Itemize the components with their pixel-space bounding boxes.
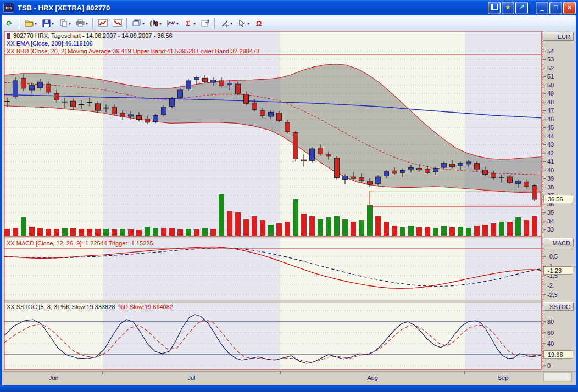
svg-text:-2,5: -2,5 (547, 292, 558, 298)
sigma-icon: Σ (183, 19, 193, 28)
chart-arrow-left-icon (98, 19, 108, 28)
dropdown-icon: ▾ (159, 21, 162, 26)
price-axis-title[interactable]: EUR (543, 32, 574, 41)
svg-text:52: 52 (547, 65, 554, 71)
svg-text:40: 40 (547, 340, 554, 347)
svg-text:44: 44 (547, 133, 554, 139)
sstoc-d-label: %D Slow:19.664082 (118, 304, 173, 310)
open-folder-icon (24, 19, 34, 28)
svg-text:43: 43 (547, 141, 554, 148)
chart-title-line[interactable]: 802770 HRX, Tageschart - 14.06.2007 - 14… (7, 32, 173, 39)
svg-text:50: 50 (547, 82, 554, 88)
line-tool-icon (220, 19, 230, 28)
chart-title-text: 802770 HRX, Tageschart - 14.06.2007 - 14… (13, 32, 173, 39)
svg-text:Aug: Aug (367, 374, 378, 381)
open-button[interactable]: ▾ (23, 16, 38, 30)
macd-indicator-label[interactable]: XX MACD [Close, 12, 26, 9]:-1.22544 Trig… (7, 240, 153, 247)
svg-text:47: 47 (547, 107, 554, 114)
chart-type-button[interactable]: ▾ (147, 16, 163, 30)
bbd-indicator-label[interactable]: XX BBD [Close, 20, 2] Moving Average:39.… (7, 48, 259, 54)
svg-text:33: 33 (547, 226, 554, 233)
print-button[interactable]: ▾ (74, 16, 90, 30)
ema-indicator-label[interactable]: XX EMA [Close, 200]:46.119106 (7, 40, 93, 47)
svg-text:39: 39 (547, 175, 554, 182)
properties-button[interactable] (198, 16, 212, 30)
window-border-left (0, 15, 2, 392)
next-chart-button[interactable] (110, 16, 124, 30)
svg-text:35: 35 (547, 209, 554, 216)
aggregation-button[interactable]: Σ▾ (181, 16, 197, 30)
favorites-button[interactable]: ★ (502, 2, 514, 14)
refresh-icon: ⟳ (4, 19, 14, 28)
toolbar-separator (126, 18, 127, 29)
maximize-button[interactable]: □ (549, 2, 562, 14)
external-link-button[interactable]: ↗ (515, 2, 528, 14)
dropdown-icon: ▾ (142, 21, 144, 26)
pointer-button[interactable]: ▾ (235, 16, 251, 30)
svg-text:46: 46 (547, 116, 554, 122)
svg-text:40: 40 (547, 167, 554, 173)
copy-icon (58, 19, 68, 28)
app-window: bis TSB - HRX [XETRA] 802770 ★ ↗ _ □ × ⟳… (0, 0, 578, 392)
app-logo-icon: bis (3, 3, 14, 13)
svg-text:54: 54 (547, 48, 554, 54)
indicators-button[interactable]: ▾ (164, 16, 180, 30)
svg-text:0: 0 (547, 362, 551, 369)
macd-axis-title[interactable]: MACD (543, 238, 574, 247)
sstoc-k-label: XX SSTOC [5, 3, 3] %K Slow:19.333828 (7, 304, 115, 310)
title-bar[interactable]: bis TSB - HRX [XETRA] 802770 ★ ↗ _ □ × (0, 0, 578, 15)
sstoc-value-tag: 19.66 (543, 350, 573, 359)
svg-text:60: 60 (547, 329, 554, 336)
candlestick-chart-icon (149, 19, 159, 28)
magnet-icon: Ω (254, 19, 264, 28)
magnet-button[interactable]: Ω (252, 16, 265, 30)
dropdown-icon: ▾ (86, 21, 88, 26)
save-disk-icon (41, 19, 51, 28)
svg-text:49: 49 (547, 90, 554, 97)
sstoc-axis-title[interactable]: SSTOC (543, 302, 574, 311)
indicator-line-icon (166, 19, 176, 28)
svg-text:48: 48 (547, 99, 554, 105)
copy-button[interactable]: ▾ (57, 16, 73, 30)
dropdown-icon: ▾ (69, 21, 71, 26)
dropdown-icon: ▾ (193, 21, 196, 26)
dropdown-icon: ▾ (230, 21, 232, 26)
toolbar-separator (214, 18, 215, 29)
svg-text:51: 51 (547, 73, 554, 80)
printer-icon (75, 19, 85, 28)
chart-area: 5453525150494847464544434241403938373635… (2, 31, 576, 385)
arrow-up-right-icon: ↗ (519, 3, 524, 11)
window-title: TSB - HRX [XETRA] 802770 (18, 4, 110, 12)
svg-text:42: 42 (547, 150, 554, 156)
panel-icon (491, 4, 498, 10)
save-button[interactable]: ▾ (40, 16, 55, 30)
sstoc-indicator-label[interactable]: XX SSTOC [5, 3, 3] %K Slow:19.333828%D S… (7, 304, 173, 310)
candle-icon (7, 33, 10, 39)
svg-text:Jun: Jun (49, 374, 59, 381)
svg-text:Sep: Sep (498, 374, 509, 381)
properties-page-icon (200, 19, 210, 28)
svg-text:45: 45 (547, 124, 554, 131)
refresh-button[interactable]: ⟳ (3, 16, 16, 30)
dropdown-icon: ▾ (35, 21, 37, 26)
svg-text:53: 53 (547, 56, 554, 63)
toolbar-separator (19, 18, 20, 29)
toolbar-separator (92, 18, 93, 29)
close-button[interactable]: × (563, 2, 576, 14)
svg-text:-2: -2 (547, 282, 553, 289)
draw-line-button[interactable]: ▾ (218, 16, 234, 30)
last-price-tag: 36.56 (543, 195, 573, 203)
window-border-bottom[interactable] (0, 385, 578, 392)
macd-value-tag: -1.23 (543, 266, 573, 275)
chart-arrow-right-icon (112, 19, 122, 28)
panel-toggle-button[interactable] (488, 2, 501, 14)
dropdown-icon: ▾ (176, 21, 179, 26)
dropdown-icon: ▾ (247, 21, 249, 26)
chart-canvas[interactable]: 5453525150494847464544434241403938373635… (2, 31, 576, 385)
star-icon: ★ (505, 3, 511, 11)
minimize-button[interactable]: _ (536, 2, 548, 14)
svg-text:34: 34 (547, 218, 554, 225)
window-layout-button[interactable]: ▾ (130, 16, 146, 30)
svg-text:Jul: Jul (187, 374, 195, 381)
previous-chart-button[interactable] (96, 16, 109, 30)
